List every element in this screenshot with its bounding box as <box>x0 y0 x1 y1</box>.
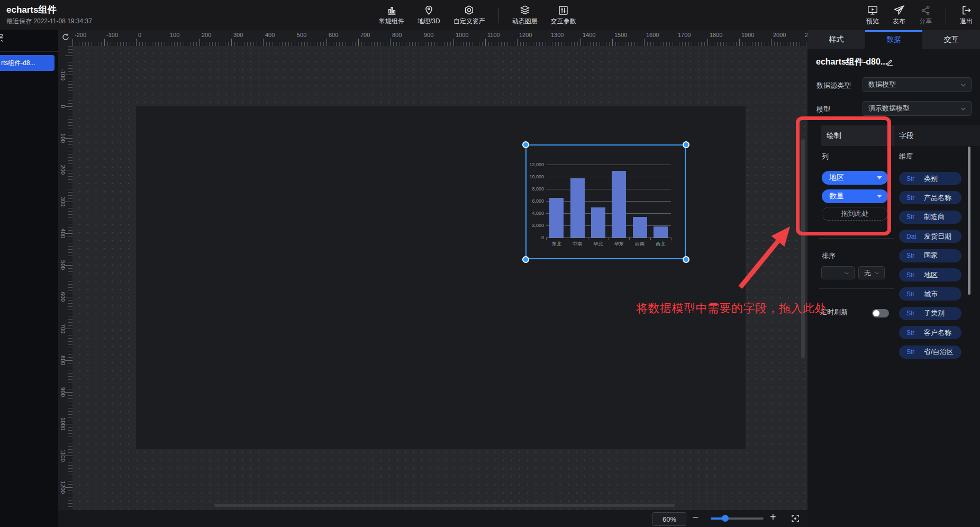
toolbar-center: 常规组件地理/3D自定义资产动态图层交互参数 <box>379 0 576 30</box>
ruler-label: 2100 <box>805 32 807 38</box>
caret-down-icon[interactable] <box>877 195 882 198</box>
ruler-label: 500 <box>297 32 306 38</box>
chevron-down-icon <box>960 81 967 88</box>
chart-gridline <box>546 225 671 226</box>
ruler-label: 800 <box>392 32 402 38</box>
field-pill-国家[interactable]: Str国家 <box>899 249 961 262</box>
ruler-label: 0 <box>138 32 141 38</box>
chart-x-label: 西北 <box>656 241 665 248</box>
column-chip-1[interactable]: 地区 <box>822 171 888 185</box>
selection-handle-top-right[interactable] <box>683 141 689 148</box>
toolbar-item-label: 动态图层 <box>512 17 538 26</box>
design-canvas[interactable]: 12,00010,0008,0006,0004,0002,0000东北中南华北华… <box>72 46 807 510</box>
toolbar-action-paper-plane[interactable]: 发布 <box>893 4 905 26</box>
ruler-label: -100 <box>60 69 66 80</box>
field-pill-类别[interactable]: Str类别 <box>899 172 961 185</box>
sort-field-select[interactable] <box>821 266 855 279</box>
edit-name-icon[interactable] <box>886 58 894 68</box>
layer-item-selected[interactable]: rts组件-d8... <box>0 55 55 71</box>
zoom-slider[interactable] <box>711 517 764 520</box>
selection-handle-bottom-left[interactable] <box>522 256 529 263</box>
ruler-label: 700 <box>360 32 370 38</box>
field-name: 地区 <box>924 270 938 280</box>
field-pill-发货日期[interactable]: Dat发货日期 <box>899 230 961 243</box>
toolbar-action-monitor-play[interactable]: 预览 <box>866 4 879 26</box>
field-pill-城市[interactable]: Str城市 <box>899 287 961 301</box>
toolbar-item-chart-bars[interactable]: 常规组件 <box>379 4 404 26</box>
sidebar-divider <box>0 51 58 52</box>
selected-echarts-component[interactable]: 12,00010,0008,0006,0004,0002,0000东北中南华北华… <box>525 144 686 259</box>
chart-x-tick <box>588 238 588 240</box>
ruler-label: 1300 <box>551 32 564 38</box>
caret-down-icon[interactable] <box>877 176 882 179</box>
tab-data[interactable]: 数据 <box>865 30 923 49</box>
ruler-corner[interactable] <box>58 30 72 46</box>
last-saved-timestamp: 最近保存 2022-11-08 19:34:37 <box>6 17 92 26</box>
toolbar-item-label: 自定义资产 <box>453 17 485 26</box>
toolbar-item-hexagon-asset[interactable]: 自定义资产 <box>453 4 485 26</box>
field-type-badge: Str <box>906 348 920 356</box>
section-divider <box>819 238 894 239</box>
ruler-label: -100 <box>106 32 118 38</box>
zoom-out-button[interactable]: − <box>693 512 698 523</box>
chart-bar-东北 <box>549 198 564 238</box>
toolbar-action-share-nodes[interactable]: 分享 <box>919 4 932 26</box>
field-pill-制造商[interactable]: Str制造商 <box>899 211 961 224</box>
toolbar-item-layers[interactable]: 动态图层 <box>512 4 538 26</box>
ruler-label: 1200 <box>60 481 66 494</box>
ruler-label: 0 <box>60 105 66 108</box>
ruler-label: 1100 <box>487 32 500 38</box>
tab-interaction[interactable]: 交互 <box>922 30 980 49</box>
field-pill-地区[interactable]: Str地区 <box>899 268 961 281</box>
fit-view-icon[interactable] <box>791 514 800 525</box>
field-pill-客户名称[interactable]: Str客户名称 <box>899 326 961 339</box>
chart-x-tick <box>671 238 672 240</box>
model-label: 模型 <box>816 105 830 114</box>
field-section-header: 字段 <box>894 125 980 146</box>
sort-order-select[interactable]: 无 <box>858 266 885 279</box>
ruler-label: 400 <box>60 229 66 238</box>
ruler-label: 300 <box>233 32 243 38</box>
toolbar-action-exit[interactable]: 退出 <box>960 4 973 26</box>
zoom-level-input[interactable]: 60% <box>652 512 686 526</box>
chevron-down-icon <box>960 105 967 112</box>
field-list-scrollbar[interactable] <box>968 147 970 295</box>
toolbar-separator <box>498 7 499 23</box>
toolbar-item-map-pin[interactable]: 地理/3D <box>418 4 440 26</box>
auto-refresh-toggle[interactable] <box>872 309 889 317</box>
field-type-badge: Dat <box>906 233 920 240</box>
drop-here-target[interactable]: 拖到此处 <box>822 207 888 221</box>
project-title: echarts组件 <box>6 4 56 16</box>
selection-handle-top-left[interactable] <box>522 141 529 148</box>
chart-x-label: 华东 <box>614 241 624 248</box>
chart-gridline <box>546 189 671 189</box>
zoom-in-button[interactable]: + <box>770 511 776 523</box>
toolbar-item-label: 交互参数 <box>551 17 576 26</box>
column-divider <box>894 125 894 374</box>
column-label: 列 <box>822 152 829 161</box>
field-pill-子类别[interactable]: Str子类别 <box>899 307 961 320</box>
field-pill-省/自治区[interactable]: Str省/自治区 <box>899 346 961 359</box>
chart-bar-中南 <box>570 178 585 238</box>
column-chip-2[interactable]: 数量 <box>822 189 888 203</box>
model-select[interactable]: 演示数据模型 <box>863 101 972 116</box>
datasource-type-select[interactable]: 数据模型 <box>863 77 972 92</box>
refresh-icon[interactable] <box>61 33 70 43</box>
ruler-label: 1200 <box>519 32 532 38</box>
field-name: 国家 <box>924 251 938 260</box>
toolbar-item-sliders-box[interactable]: 交互参数 <box>551 4 576 26</box>
chart-bar-华东 <box>612 171 626 238</box>
chart-x-tick <box>567 238 567 240</box>
canvas-vertical-scrollbar[interactable] <box>801 139 805 358</box>
app-window: 12,00010,0008,0006,0004,0002,0000东北中南华北华… <box>0 0 980 527</box>
field-pill-产品名称[interactable]: Str产品名称 <box>899 191 961 204</box>
canvas-horizontal-scrollbar[interactable] <box>214 504 675 507</box>
zoom-slider-knob[interactable] <box>722 515 729 522</box>
selection-handle-bottom-right[interactable] <box>683 256 689 263</box>
datasource-type-label: 数据源类型 <box>816 81 851 90</box>
tab-style[interactable]: 样式 <box>807 30 865 49</box>
chart-x-label: 华北 <box>593 241 603 248</box>
map-pin-icon <box>423 4 434 16</box>
ruler-label: 500 <box>60 260 66 270</box>
chart-y-tick-label: 2,000 <box>527 223 544 228</box>
